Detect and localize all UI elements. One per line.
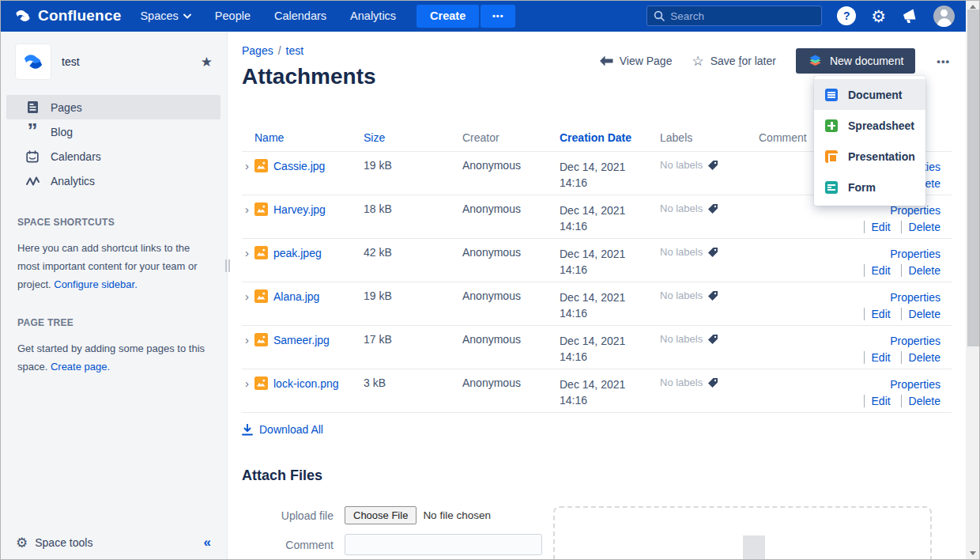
navbar-item-people[interactable]: People (215, 9, 251, 22)
edit-link[interactable]: Edit (864, 264, 891, 277)
sidebar-item-analytics[interactable]: Analytics (6, 168, 220, 193)
scrollbar-thumb[interactable] (967, 9, 979, 346)
chevron-down-icon (183, 13, 191, 19)
no-labels-text: No labels (660, 376, 703, 388)
page-tree-text: Get started by adding some pages to this… (17, 339, 209, 376)
search-box[interactable] (646, 6, 822, 26)
tag-icon[interactable] (707, 247, 718, 258)
attachment-creation-date: Dec 14, 202114:16 (560, 289, 660, 321)
navbar-item-analytics[interactable]: Analytics (350, 9, 396, 22)
gear-icon[interactable]: ⚙ (871, 8, 886, 25)
configure-sidebar-link[interactable]: Configure sidebar. (54, 278, 138, 290)
edit-link[interactable]: Edit (864, 308, 891, 320)
navbar-more-button[interactable]: ••• (481, 5, 515, 28)
avatar[interactable] (933, 6, 955, 27)
search-input[interactable] (670, 10, 797, 22)
dropdown-item-spreadsheet[interactable]: Spreadsheet (814, 110, 925, 141)
sidebar-item-calendars[interactable]: Calendars (6, 144, 220, 168)
new-document-button[interactable]: New document (796, 48, 915, 74)
no-labels-text: No labels (660, 333, 703, 345)
sidebar: test ★ Pages ” Blog Calendars (0, 32, 228, 560)
blog-quote-icon: ” (25, 125, 40, 139)
vertical-scrollbar[interactable] (966, 0, 980, 560)
column-header-creation-date[interactable]: Creation Date (560, 131, 660, 144)
confluence-brand[interactable]: Confluence (14, 7, 121, 25)
breadcrumb-pages-link[interactable]: Pages (242, 44, 273, 57)
properties-link[interactable]: Properties (890, 378, 940, 391)
choose-file-button[interactable]: Choose File (345, 506, 416, 524)
dropdown-item-document[interactable]: Document (814, 79, 925, 110)
download-icon (242, 424, 253, 436)
properties-link[interactable]: Properties (890, 335, 940, 347)
expand-chevron-icon[interactable]: › (245, 377, 249, 389)
edit-link[interactable]: Edit (864, 221, 891, 233)
expand-chevron-icon[interactable]: › (245, 203, 249, 215)
attachment-name-link[interactable]: Cassie.jpg (273, 160, 325, 172)
view-page-button[interactable]: View Page (599, 55, 673, 67)
attachment-name-link[interactable]: Sameer.jpg (273, 334, 330, 346)
delete-link[interactable]: Delete (901, 351, 940, 364)
tag-icon[interactable] (707, 203, 718, 214)
attachment-name-link[interactable]: Alana.jpg (273, 290, 319, 303)
no-labels-text: No labels (660, 159, 703, 171)
delete-link[interactable]: Delete (901, 264, 940, 277)
column-header-size[interactable]: Size (364, 131, 462, 144)
attachment-size: 42 kB (364, 246, 462, 259)
edit-link[interactable]: Edit (864, 351, 891, 364)
navbar-item-calendars[interactable]: Calendars (274, 9, 326, 22)
tag-icon[interactable] (707, 377, 718, 388)
sidebar-item-blog[interactable]: ” Blog (6, 119, 220, 144)
sidebar-item-pages[interactable]: Pages (6, 95, 220, 119)
attachment-name-link[interactable]: lock-icon.png (273, 377, 339, 390)
help-icon[interactable]: ? (837, 6, 856, 25)
expand-chevron-icon[interactable]: › (245, 160, 249, 172)
properties-link[interactable]: Properties (890, 248, 940, 260)
scroll-down-arrow[interactable] (970, 551, 976, 555)
breadcrumb: Pages/test (242, 44, 376, 57)
expand-chevron-icon[interactable]: › (245, 290, 249, 302)
attach-form: Upload file Choose File No file chosen C… (242, 506, 553, 560)
delete-link[interactable]: Delete (901, 395, 940, 407)
space-name[interactable]: test (62, 55, 190, 68)
space-tools-button[interactable]: Space tools (35, 536, 92, 549)
sidebar-resize-handle[interactable] (225, 259, 230, 272)
collapse-sidebar-button[interactable]: « (204, 535, 211, 551)
dropdown-item-form[interactable]: Form (814, 172, 925, 202)
attachment-name-link[interactable]: peak.jpeg (273, 247, 322, 259)
properties-link[interactable]: Properties (890, 204, 940, 217)
delete-link[interactable]: Delete (901, 308, 940, 320)
tag-icon[interactable] (707, 290, 718, 301)
image-file-icon (254, 289, 268, 303)
navbar-item-spaces[interactable]: Spaces (140, 9, 190, 22)
download-all-link[interactable]: Download All (259, 423, 323, 436)
create-page-link[interactable]: Create page. (51, 361, 110, 373)
page-title: Attachments (242, 64, 376, 89)
attachment-size: 19 kB (364, 289, 462, 302)
column-header-name[interactable]: Name (242, 131, 364, 144)
attachment-creator: Anonymous (462, 246, 560, 259)
attachment-name-link[interactable]: Harvey.jpg (273, 203, 326, 216)
save-for-later-button[interactable]: ☆ Save for later (692, 53, 776, 70)
megaphone-icon[interactable] (901, 7, 918, 25)
properties-link[interactable]: Properties (890, 291, 940, 304)
no-file-chosen-text: No file chosen (423, 509, 491, 521)
image-file-icon (254, 202, 268, 216)
drag-drop-zone[interactable] (553, 506, 932, 560)
breadcrumb-test-link[interactable]: test (286, 44, 304, 57)
edit-link[interactable]: Edit (864, 395, 891, 407)
delete-link[interactable]: Delete (901, 221, 940, 233)
scroll-up-arrow[interactable] (970, 5, 976, 9)
tag-icon[interactable] (707, 160, 718, 171)
dropdown-item-presentation[interactable]: Presentation (814, 141, 925, 172)
expand-chevron-icon[interactable]: › (245, 247, 249, 259)
space-logo[interactable] (16, 44, 51, 79)
sidebar-item-label: Pages (51, 101, 82, 114)
create-button[interactable]: Create (416, 5, 479, 28)
expand-chevron-icon[interactable]: › (245, 334, 249, 346)
comment-input[interactable] (345, 534, 542, 555)
favourite-star-icon[interactable]: ★ (201, 54, 213, 70)
page-more-button[interactable]: ••• (935, 52, 952, 70)
tag-icon[interactable] (707, 334, 718, 345)
row-actions: Properties Edit Delete (831, 376, 952, 409)
form-icon (825, 181, 838, 194)
